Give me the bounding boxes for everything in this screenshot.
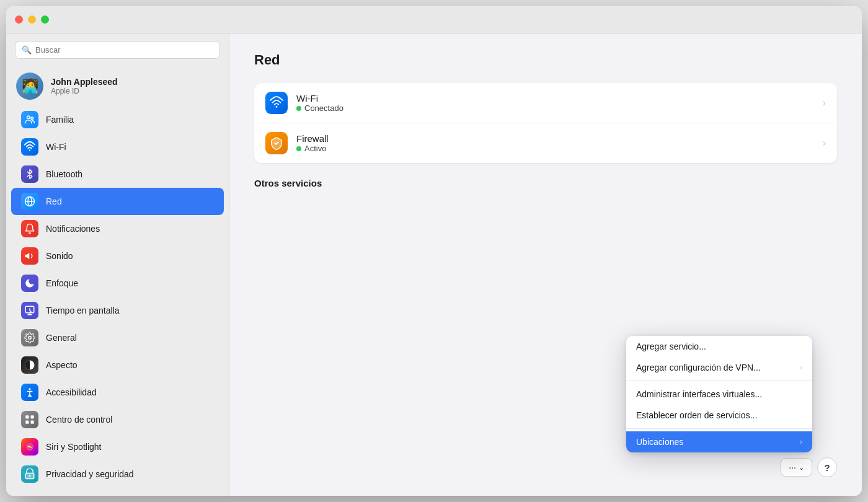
sidebar-item-sonido[interactable]: Sonido xyxy=(11,242,224,270)
title-bar xyxy=(6,6,862,33)
firewall-service-name: Firewall xyxy=(296,133,814,144)
sidebar-item-label-general: General xyxy=(46,333,77,343)
sidebar-item-siri[interactable]: Siri y Spotlight xyxy=(11,433,224,460)
sidebar-item-label-accesibilidad: Accesibilidad xyxy=(46,387,97,397)
sidebar-item-label-sonido: Sonido xyxy=(46,251,73,261)
sidebar-item-wifi[interactable]: Wi-Fi xyxy=(11,133,224,161)
search-icon: 🔍 xyxy=(22,45,32,55)
question-mark-icon: ? xyxy=(824,462,830,473)
minimize-button[interactable] xyxy=(28,15,36,24)
chevron-down-icon: ⌄ xyxy=(799,464,804,472)
wifi-service-icon xyxy=(265,92,288,114)
sidebar-item-label-siri: Siri y Spotlight xyxy=(46,442,101,452)
sidebar-item-red[interactable]: Red xyxy=(11,188,224,215)
accesibilidad-icon xyxy=(21,384,38,401)
centro-control-icon xyxy=(21,411,38,428)
sidebar-item-enfoque[interactable]: Enfoque xyxy=(11,270,224,297)
firewall-service-info: Firewall Activo xyxy=(296,133,814,153)
menu-divider-divider1 xyxy=(626,381,812,381)
tiempo-pantalla-icon xyxy=(21,302,38,319)
toolbar-row: ··· ⌄ ? xyxy=(781,457,837,477)
search-box[interactable]: 🔍 xyxy=(15,41,220,59)
more-options-button[interactable]: ··· ⌄ xyxy=(781,458,812,477)
wifi-service-info: Wi-Fi Conectado xyxy=(296,93,814,113)
firewall-chevron-icon: › xyxy=(823,138,826,149)
familia-icon xyxy=(21,111,38,128)
menu-item-agregar-servicio[interactable]: Agregar servicio... xyxy=(626,336,812,357)
sidebar-item-centro-control[interactable]: Centro de control xyxy=(11,406,224,433)
sidebar-item-familia[interactable]: Familia xyxy=(11,106,224,133)
menu-item-ubicaciones[interactable]: Ubicaciones› xyxy=(626,431,812,452)
other-services-title: Otros servicios xyxy=(254,178,837,188)
svg-point-8 xyxy=(29,337,32,340)
main-window: 🔍 🧑‍💻 John Appleseed Apple ID FamiliaWi-… xyxy=(6,6,862,496)
general-icon xyxy=(21,329,38,346)
help-button[interactable]: ? xyxy=(817,457,837,477)
menu-item-label-agregar-vpn: Agregar configuración de VPN... xyxy=(636,363,761,372)
close-button[interactable] xyxy=(15,15,23,24)
user-subtitle: Apple ID xyxy=(51,87,118,95)
notificaciones-icon xyxy=(21,220,38,237)
user-profile[interactable]: 🧑‍💻 John Appleseed Apple ID xyxy=(6,66,229,106)
svg-rect-13 xyxy=(25,421,29,424)
sidebar-item-tiempo-pantalla[interactable]: Tiempo en pantalla xyxy=(11,297,224,324)
svg-rect-11 xyxy=(25,415,29,418)
svg-point-2 xyxy=(29,149,30,151)
sidebar-item-privacidad[interactable]: Privacidad y seguridad xyxy=(11,460,224,488)
menu-item-agregar-vpn[interactable]: Agregar configuración de VPN...› xyxy=(626,357,812,378)
wifi-service-name: Wi-Fi xyxy=(296,93,814,103)
red-icon xyxy=(21,193,38,210)
wifi-service-status: Conectado xyxy=(296,103,814,113)
menu-item-establecer-orden[interactable]: Establecer orden de servicios... xyxy=(626,405,812,426)
wifi-icon xyxy=(21,138,38,156)
menu-item-chevron-agregar-vpn: › xyxy=(800,363,802,372)
sidebar-item-label-enfoque: Enfoque xyxy=(46,278,78,288)
svg-rect-14 xyxy=(31,421,34,424)
sidebar-item-label-aspecto: Aspecto xyxy=(46,360,78,370)
privacidad-icon xyxy=(21,465,38,483)
menu-item-label-establecer-orden: Establecer orden de servicios... xyxy=(636,410,757,420)
menu-item-label-administrar-interfaces: Administrar interfaces virtuales... xyxy=(636,389,762,399)
sidebar-item-aspecto[interactable]: Aspecto xyxy=(11,351,224,379)
svg-point-18 xyxy=(276,106,278,108)
sidebar-item-label-bluetooth: Bluetooth xyxy=(46,169,82,179)
menu-item-administrar-interfaces[interactable]: Administrar interfaces virtuales... xyxy=(626,384,812,405)
sonido-icon xyxy=(21,247,38,265)
sidebar-item-general[interactable]: General xyxy=(11,324,224,351)
menu-item-label-agregar-servicio: Agregar servicio... xyxy=(636,341,706,351)
sidebar-item-bluetooth[interactable]: Bluetooth xyxy=(11,161,224,188)
search-input[interactable] xyxy=(35,45,213,55)
sidebar-item-notificaciones[interactable]: Notificaciones xyxy=(11,215,224,242)
main-content: Red Wi-Fi xyxy=(229,33,862,496)
wifi-service-row[interactable]: Wi-Fi Conectado › xyxy=(254,83,837,123)
wifi-status-dot xyxy=(296,106,301,111)
siri-icon xyxy=(21,438,38,456)
sidebar-item-accesibilidad[interactable]: Accesibilidad xyxy=(11,379,224,406)
sidebar: 🔍 🧑‍💻 John Appleseed Apple ID FamiliaWi-… xyxy=(6,33,229,496)
sidebar-item-label-centro-control: Centro de control xyxy=(46,415,112,425)
menu-item-label-ubicaciones: Ubicaciones xyxy=(636,437,683,447)
menu-divider-divider2 xyxy=(626,428,812,429)
wifi-status-text: Conectado xyxy=(304,103,343,113)
dropdown-menu: Agregar servicio...Agregar configuración… xyxy=(626,336,812,452)
sidebar-item-label-red: Red xyxy=(46,196,62,206)
services-card: Wi-Fi Conectado › xyxy=(254,83,837,163)
avatar: 🧑‍💻 xyxy=(16,73,43,100)
firewall-status-dot xyxy=(296,146,301,151)
wifi-chevron-icon: › xyxy=(823,97,826,108)
sidebar-item-label-tiempo-pantalla: Tiempo en pantalla xyxy=(46,306,120,315)
firewall-status-text: Activo xyxy=(304,144,326,153)
svg-marker-6 xyxy=(25,253,30,260)
svg-point-10 xyxy=(29,388,31,390)
svg-point-0 xyxy=(27,116,30,119)
bluetooth-icon xyxy=(21,165,38,183)
firewall-service-status: Activo xyxy=(296,144,814,153)
sidebar-item-label-privacidad: Privacidad y seguridad xyxy=(46,469,134,479)
user-name: John Appleseed xyxy=(51,77,118,87)
search-container: 🔍 xyxy=(6,33,229,66)
firewall-service-row[interactable]: Firewall Activo › xyxy=(254,123,837,163)
content-area: 🔍 🧑‍💻 John Appleseed Apple ID FamiliaWi-… xyxy=(6,33,862,496)
svg-point-1 xyxy=(31,117,33,120)
traffic-lights xyxy=(15,15,49,24)
maximize-button[interactable] xyxy=(41,15,49,24)
